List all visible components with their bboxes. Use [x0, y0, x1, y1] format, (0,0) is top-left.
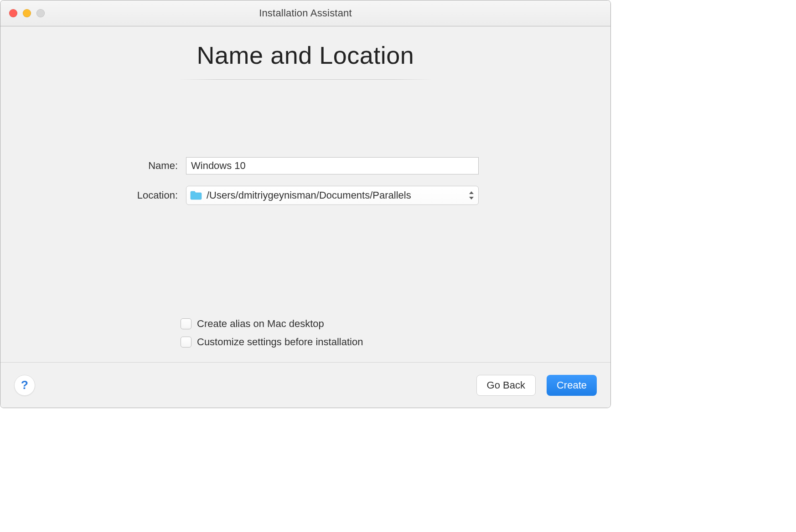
create-button[interactable]: Create: [547, 375, 597, 396]
page-heading: Name and Location: [0, 41, 610, 69]
close-button[interactable]: [9, 9, 17, 17]
footer-buttons: Go Back Create: [476, 375, 597, 396]
alias-option: Create alias on Mac desktop: [181, 318, 363, 330]
location-value: /Users/dmitriygeynisman/Documents/Parall…: [207, 189, 478, 201]
options-group: Create alias on Mac desktop Customize se…: [181, 318, 363, 348]
location-label: Location:: [132, 189, 178, 201]
footer: ? Go Back Create: [0, 362, 610, 408]
titlebar: Installation Assistant: [0, 0, 610, 26]
go-back-button[interactable]: Go Back: [476, 375, 536, 396]
customize-label: Customize settings before installation: [197, 336, 363, 348]
form: Name: Location: /Users/dmitriygeynisman/…: [0, 157, 610, 205]
help-button[interactable]: ?: [14, 375, 35, 396]
customize-checkbox[interactable]: [181, 337, 191, 348]
traffic-lights: [9, 9, 45, 17]
location-select[interactable]: /Users/dmitriygeynisman/Documents/Parall…: [186, 186, 479, 205]
help-icon: ?: [21, 378, 28, 392]
folder-icon: [190, 191, 202, 200]
maximize-button: [36, 9, 45, 17]
alias-label: Create alias on Mac desktop: [197, 318, 324, 330]
customize-option: Customize settings before installation: [181, 336, 363, 348]
name-row: Name:: [132, 157, 479, 174]
updown-arrows-icon: [469, 191, 474, 200]
content-pane: Name and Location Name: Location: /Users…: [0, 26, 610, 363]
window-title: Installation Assistant: [0, 7, 610, 19]
alias-checkbox[interactable]: [181, 318, 191, 329]
divider: [178, 79, 433, 80]
location-row: Location: /Users/dmitriygeynisman/Docume…: [132, 186, 479, 205]
name-input[interactable]: [186, 157, 479, 174]
minimize-button[interactable]: [23, 9, 31, 17]
name-label: Name:: [132, 160, 178, 172]
